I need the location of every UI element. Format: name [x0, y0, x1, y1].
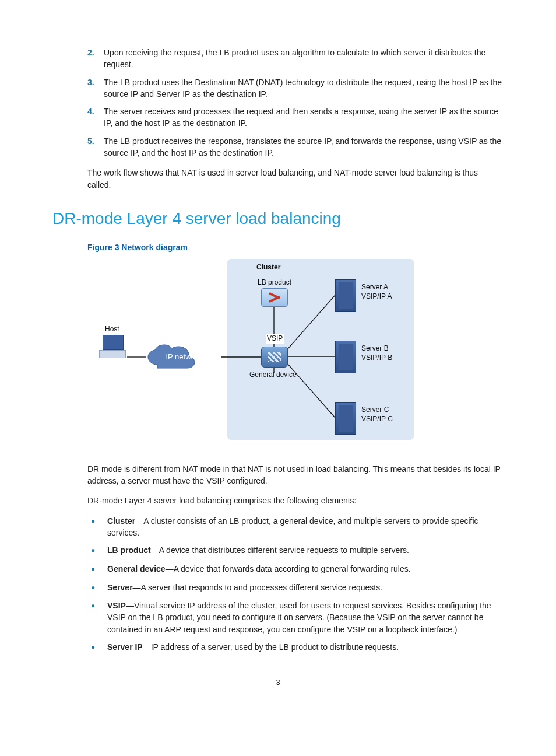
bullet-icon: ●	[87, 582, 107, 594]
bullet-icon: ●	[87, 600, 107, 635]
bullet-text: VSIP—Virtual service IP address of the c…	[107, 600, 504, 635]
server-c-icon	[335, 402, 356, 435]
bullet-text: Cluster—A cluster consists of an LB prod…	[107, 515, 504, 539]
list-item: ● VSIP—Virtual service IP address of the…	[87, 600, 504, 635]
server-b-icon	[335, 341, 356, 373]
paragraph-nat-summary: The work flow shows that NAT is used in …	[52, 167, 504, 191]
list-item: 2. Upon receiving the request, the LB pr…	[52, 47, 504, 71]
item-number: 4.	[87, 106, 104, 130]
ip-network-cloud: IP network	[146, 344, 221, 372]
item-number: 5.	[87, 135, 104, 159]
server-b-ip: VSIP/IP B	[361, 353, 392, 363]
item-text: The server receives and processes the re…	[104, 106, 504, 130]
item-number: 3.	[87, 76, 104, 100]
server-a-ip: VSIP/IP A	[361, 292, 392, 302]
server-b-name: Server B	[361, 344, 389, 354]
bullet-icon: ●	[87, 563, 107, 576]
elements-bullet-list: ● Cluster—A cluster consists of an LB pr…	[52, 515, 504, 654]
server-c-ip: VSIP/IP C	[361, 414, 393, 424]
paragraph-dr-intro: DR mode is different from NAT mode in th…	[52, 463, 504, 487]
bullet-icon: ●	[87, 544, 107, 557]
server-a-name: Server A	[361, 282, 388, 292]
bullet-icon: ●	[87, 641, 107, 654]
general-device-icon	[261, 346, 288, 368]
network-diagram: Cluster LB product VSIP General device H…	[52, 259, 504, 446]
bullet-icon: ●	[87, 515, 107, 539]
list-item: ● Server—A server that responds to and p…	[87, 582, 504, 594]
figure-caption: Figure 3 Network diagram	[52, 242, 504, 253]
item-text: The LB product uses the Destination NAT …	[104, 76, 504, 100]
list-item: ● LB product—A device that distributes d…	[87, 544, 504, 557]
lb-product-icon	[261, 288, 288, 307]
list-item: ● General device—A device that forwards …	[87, 563, 504, 576]
bullet-text: Server IP—IP address of a server, used b…	[107, 641, 504, 654]
vsip-label: VSIP	[266, 334, 284, 344]
server-a-icon	[335, 279, 356, 312]
host-label: Host	[105, 324, 119, 334]
bullet-text: Server—A server that responds to and pro…	[107, 582, 504, 594]
page-number: 3	[52, 677, 504, 688]
cluster-label: Cluster	[256, 262, 280, 272]
ip-network-label: IP network	[146, 344, 221, 372]
lb-product-label: LB product	[258, 278, 291, 288]
section-heading: DR-mode Layer 4 server load balancing	[52, 207, 504, 231]
general-device-label: General device	[249, 370, 297, 380]
host-icon	[99, 335, 127, 358]
list-item: ● Server IP—IP address of a server, used…	[87, 641, 504, 654]
svg-line-3	[287, 295, 335, 350]
bullet-text: General device—A device that forwards da…	[107, 563, 504, 576]
list-item: 3. The LB product uses the Destination N…	[52, 76, 504, 100]
item-number: 2.	[87, 47, 104, 71]
list-item: 5. The LB product receives the response,…	[52, 135, 504, 159]
server-c-name: Server C	[361, 405, 389, 415]
item-text: The LB product receives the response, tr…	[104, 135, 504, 159]
item-text: Upon receiving the request, the LB produ…	[104, 47, 504, 71]
numbered-list: 2. Upon receiving the request, the LB pr…	[52, 47, 504, 159]
bullet-text: LB product—A device that distributes dif…	[107, 544, 504, 557]
list-item: ● Cluster—A cluster consists of an LB pr…	[87, 515, 504, 539]
list-item: 4. The server receives and processes the…	[52, 106, 504, 130]
paragraph-dr-comprises: DR-mode Layer 4 server load balancing co…	[52, 495, 504, 506]
